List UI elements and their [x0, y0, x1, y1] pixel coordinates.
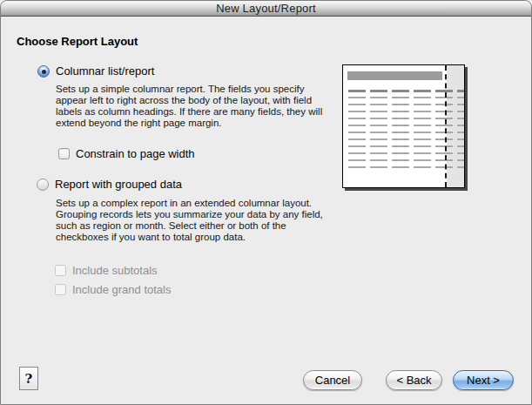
preview-data-row	[348, 152, 464, 154]
radio-columnar-list-report-label[interactable]: Columnar list/report	[56, 64, 154, 78]
preview-data-row	[348, 166, 464, 168]
checkbox-include-grand-totals	[55, 284, 66, 295]
preview-data-row	[348, 145, 464, 147]
preview-header-bar	[347, 71, 442, 80]
next-button[interactable]: Next >	[453, 370, 514, 390]
cancel-button[interactable]: Cancel	[303, 370, 362, 390]
preview-data-row	[348, 118, 464, 119]
preview-data-row	[348, 125, 464, 126]
checkbox-include-subtotals-label: Include subtotals	[72, 264, 158, 277]
help-icon: ?	[25, 371, 33, 387]
preview-page-break-dashed-line	[445, 65, 447, 187]
preview-data-row	[348, 104, 464, 105]
checkbox-constrain-to-page-width[interactable]	[58, 148, 70, 159]
window-title-bar[interactable]: New Layout/Report	[1, 1, 531, 17]
preview-data-row	[348, 138, 464, 140]
page-title: Choose Report Layout	[17, 35, 138, 48]
preview-data-row	[348, 97, 464, 98]
radio-report-with-grouped-data[interactable]	[37, 179, 49, 191]
columnar-description: Sets up a simple columnar report. The fi…	[56, 84, 327, 129]
checkbox-include-subtotals	[55, 265, 66, 276]
help-button[interactable]: ?	[19, 367, 38, 390]
preview-column-headings-row	[348, 90, 464, 92]
radio-report-with-grouped-data-label[interactable]: Report with grouped data	[55, 178, 182, 191]
checkbox-include-grand-totals-label: Include grand totals	[72, 283, 171, 296]
window-title: New Layout/Report	[216, 2, 316, 15]
back-button[interactable]: < Back	[386, 370, 442, 390]
preview-data-row	[348, 159, 464, 161]
preview-data-row	[348, 111, 464, 112]
preview-page-margin-strip	[447, 65, 464, 187]
preview-data-row	[348, 132, 464, 133]
report-preview-thumbnail	[342, 64, 465, 188]
new-layout-report-dialog: New Layout/Report Choose Report Layout C…	[0, 0, 532, 405]
checkbox-constrain-to-page-width-label[interactable]: Constrain to page width	[76, 147, 195, 160]
radio-columnar-list-report[interactable]	[37, 65, 50, 78]
grouped-description: Sets up a complex report in an extended …	[56, 198, 327, 243]
